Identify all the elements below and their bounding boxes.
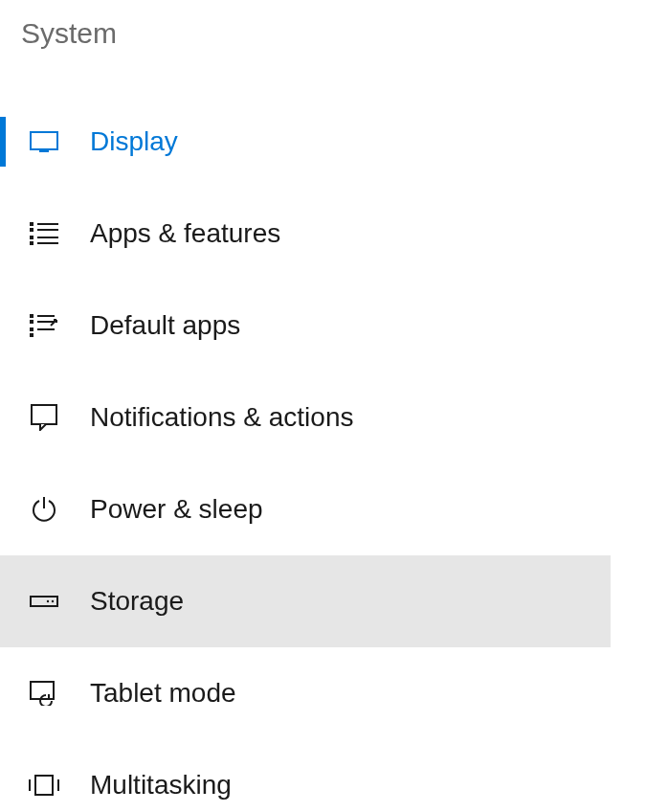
nav-item-default-apps[interactable]: Default apps [0, 280, 611, 372]
nav-item-apps-features[interactable]: Apps & features [0, 188, 611, 280]
nav-item-label: Display [90, 126, 178, 157]
svg-rect-0 [31, 132, 57, 149]
svg-rect-11 [30, 320, 33, 324]
svg-rect-14 [37, 315, 55, 317]
default-apps-icon [29, 310, 59, 341]
nav-item-tablet-mode[interactable]: Tablet mode [0, 647, 611, 739]
svg-rect-3 [30, 228, 33, 232]
nav-item-storage[interactable]: Storage [0, 555, 611, 647]
nav-item-label: Power & sleep [90, 494, 263, 525]
tablet-icon [29, 678, 59, 709]
power-icon [29, 494, 59, 525]
nav-item-label: Tablet mode [90, 678, 236, 709]
nav-item-label: Default apps [90, 310, 240, 341]
nav-item-label: Storage [90, 586, 184, 617]
svg-rect-17 [32, 405, 56, 424]
settings-nav: Display Apps & features Default apps [0, 96, 611, 812]
storage-icon [29, 586, 59, 617]
svg-rect-10 [30, 314, 33, 318]
nav-item-multitasking[interactable]: Multitasking [0, 739, 611, 812]
svg-rect-5 [30, 241, 33, 245]
svg-rect-4 [30, 236, 33, 239]
nav-item-label: Notifications & actions [90, 402, 353, 433]
apps-list-icon [29, 218, 59, 249]
svg-rect-24 [35, 776, 53, 795]
page-title: System [0, 0, 646, 50]
display-icon [29, 126, 59, 157]
svg-rect-6 [37, 223, 58, 225]
svg-rect-7 [37, 229, 58, 231]
svg-rect-8 [37, 237, 58, 238]
svg-rect-15 [37, 321, 55, 323]
svg-rect-2 [30, 222, 33, 226]
svg-point-20 [52, 600, 54, 602]
nav-item-label: Apps & features [90, 218, 280, 249]
nav-item-notifications[interactable]: Notifications & actions [0, 372, 611, 463]
multitasking-icon [29, 770, 59, 801]
svg-rect-16 [37, 328, 55, 330]
nav-item-power-sleep[interactable]: Power & sleep [0, 463, 611, 555]
notification-icon [29, 402, 59, 433]
svg-rect-13 [30, 333, 33, 337]
svg-rect-12 [30, 327, 33, 331]
svg-point-21 [47, 600, 49, 602]
svg-rect-9 [37, 242, 58, 244]
nav-item-display[interactable]: Display [0, 96, 611, 188]
nav-item-label: Multitasking [90, 770, 232, 801]
